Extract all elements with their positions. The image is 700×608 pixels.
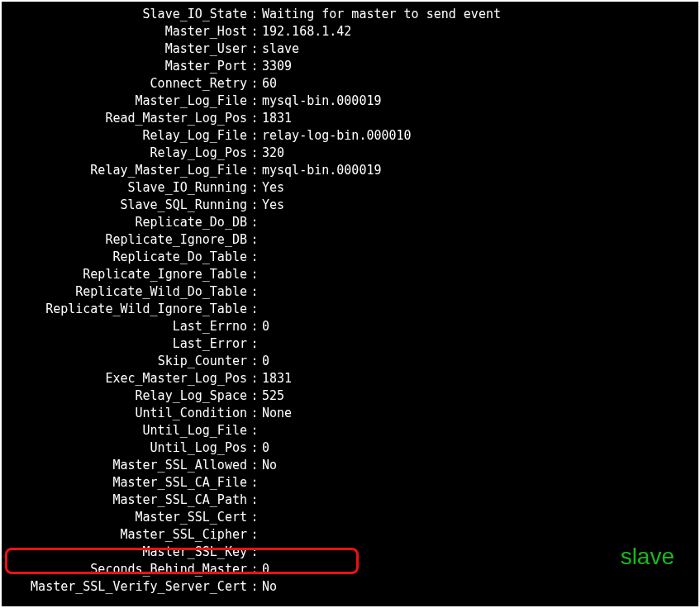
status-row: Exec_Master_Log_Pos:1831 (2, 370, 698, 387)
status-value (259, 526, 698, 544)
status-key: Skip_Counter (2, 353, 250, 370)
status-key: Master_SSL_Key (2, 544, 250, 561)
colon-separator: : (250, 127, 259, 145)
status-key: Connect_Retry (2, 75, 250, 93)
status-value (259, 301, 698, 318)
status-key: Relay_Log_Pos (2, 145, 250, 162)
colon-separator: : (250, 370, 259, 387)
status-key: Master_SSL_Verify_Server_Cert (2, 578, 250, 596)
status-value: 1831 (259, 370, 698, 387)
status-value: 320 (259, 145, 698, 162)
status-value: mysql-bin.000019 (259, 93, 698, 110)
status-row: Master_SSL_Cipher: (2, 526, 698, 544)
colon-separator: : (250, 335, 259, 353)
status-key: Replicate_Ignore_DB (2, 231, 250, 249)
status-key: Replicate_Wild_Do_Table (2, 283, 250, 301)
status-value: mysql-bin.000019 (259, 162, 698, 179)
status-row: Seconds_Behind_Master:0 (2, 561, 698, 578)
status-row: Master_Port:3309 (2, 58, 698, 75)
status-key: Master_SSL_Cert (2, 509, 250, 526)
status-row: Slave_IO_State:Waiting for master to sen… (2, 6, 698, 23)
colon-separator: : (250, 6, 259, 23)
status-value (259, 474, 698, 492)
status-key: Master_SSL_CA_File (2, 474, 250, 492)
colon-separator: : (250, 75, 259, 93)
status-key: Master_User (2, 40, 250, 58)
status-row: Skip_Counter:0 (2, 353, 698, 370)
status-row: Master_Log_File:mysql-bin.000019 (2, 93, 698, 110)
status-value: 0 (259, 318, 698, 335)
status-value (259, 214, 698, 231)
status-key: Last_Error (2, 335, 250, 353)
colon-separator: : (250, 110, 259, 127)
status-key: Master_SSL_Cipher (2, 526, 250, 544)
status-key: Slave_SQL_Running (2, 197, 250, 214)
colon-separator: : (250, 526, 259, 544)
status-row: Relay_Master_Log_File:mysql-bin.000019 (2, 162, 698, 179)
status-value (259, 283, 698, 301)
status-row: Until_Condition:None (2, 405, 698, 422)
status-value: 1831 (259, 110, 698, 127)
colon-separator: : (250, 40, 259, 58)
colon-separator: : (250, 544, 259, 561)
colon-separator: : (250, 214, 259, 231)
status-value (259, 266, 698, 283)
status-row: Slave_SQL_Running:Yes (2, 197, 698, 214)
status-row: Until_Log_File: (2, 422, 698, 439)
status-value: 0 (259, 439, 698, 457)
colon-separator: : (250, 474, 259, 492)
terminal-output: Slave_IO_State:Waiting for master to sen… (2, 2, 698, 606)
colon-separator: : (250, 23, 259, 40)
status-value: Yes (259, 179, 698, 197)
colon-separator: : (250, 145, 259, 162)
colon-separator: : (250, 179, 259, 197)
status-key: Relay_Master_Log_File (2, 162, 250, 179)
colon-separator: : (250, 58, 259, 75)
colon-separator: : (250, 231, 259, 249)
status-row: Replicate_Do_Table: (2, 249, 698, 266)
status-key: Replicate_Do_Table (2, 249, 250, 266)
status-row: Replicate_Wild_Do_Table: (2, 283, 698, 301)
colon-separator: : (250, 578, 259, 596)
status-key: Slave_IO_Running (2, 179, 250, 197)
status-key: Master_Log_File (2, 93, 250, 110)
status-value: 525 (259, 387, 698, 405)
status-row: Master_Host:192.168.1.42 (2, 23, 698, 40)
status-row: Master_SSL_Allowed:No (2, 457, 698, 474)
status-value: 60 (259, 75, 698, 93)
status-key: Master_SSL_Allowed (2, 457, 250, 474)
slave-annotation-label: slave (621, 544, 674, 570)
status-key: Master_Port (2, 58, 250, 75)
status-value (259, 249, 698, 266)
status-row: Until_Log_Pos:0 (2, 439, 698, 457)
colon-separator: : (250, 509, 259, 526)
status-key: Read_Master_Log_Pos (2, 110, 250, 127)
status-row: Replicate_Ignore_Table: (2, 266, 698, 283)
status-row: Relay_Log_Space:525 (2, 387, 698, 405)
status-row: Master_SSL_CA_Path: (2, 492, 698, 509)
colon-separator: : (250, 422, 259, 439)
colon-separator: : (250, 387, 259, 405)
status-value: No (259, 457, 698, 474)
status-key: Master_SSL_CA_Path (2, 492, 250, 509)
status-value (259, 335, 698, 353)
status-key: Replicate_Ignore_Table (2, 266, 250, 283)
status-rows: Slave_IO_State:Waiting for master to sen… (2, 6, 698, 596)
status-key: Master_Host (2, 23, 250, 40)
colon-separator: : (250, 266, 259, 283)
status-row: Master_SSL_CA_File: (2, 474, 698, 492)
colon-separator: : (250, 197, 259, 214)
status-value: Waiting for master to send event (259, 6, 698, 23)
colon-separator: : (250, 561, 259, 578)
status-value: 0 (259, 353, 698, 370)
colon-separator: : (250, 249, 259, 266)
status-row: Replicate_Ignore_DB: (2, 231, 698, 249)
status-value: None (259, 405, 698, 422)
colon-separator: : (250, 318, 259, 335)
status-row: Read_Master_Log_Pos:1831 (2, 110, 698, 127)
colon-separator: : (250, 492, 259, 509)
status-row: Replicate_Wild_Ignore_Table: (2, 301, 698, 318)
status-key: Replicate_Do_DB (2, 214, 250, 231)
colon-separator: : (250, 439, 259, 457)
status-row: Master_SSL_Verify_Server_Cert:No (2, 578, 698, 596)
